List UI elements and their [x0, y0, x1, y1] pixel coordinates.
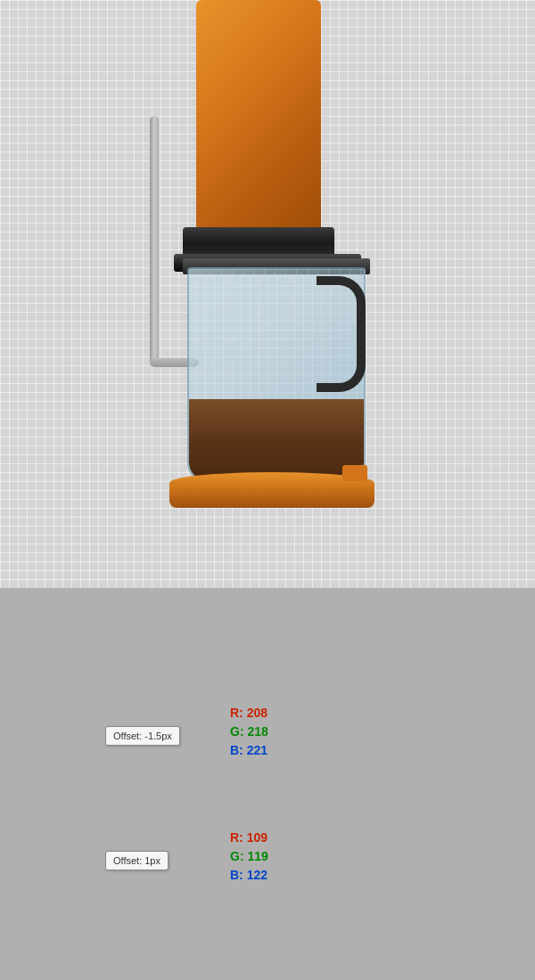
rgb2-r: R: 109	[230, 829, 268, 847]
bottom-panel: ◀◀ ✕ APPEARANCE ☰ Path 👁 Stroke: 👁 ▽ Fil…	[0, 588, 535, 980]
rgb-display-2: R: 109 G: 119 B: 122	[230, 829, 268, 885]
handle-bar-left	[150, 116, 159, 365]
coffee-maker-illustration	[125, 0, 410, 552]
grinder-cylinder	[196, 0, 321, 232]
canvas-area	[0, 0, 535, 588]
coffee-liquid	[189, 399, 364, 479]
offset-tooltip-2-text: Offset: 1px	[113, 855, 160, 866]
rgb-display-1: R: 208 G: 218 B: 221	[230, 704, 268, 760]
carafe-handle	[317, 276, 366, 392]
rgb1-g: G: 218	[230, 723, 268, 741]
orange-accent	[342, 465, 367, 481]
rgb2-b: B: 122	[230, 866, 268, 885]
offset-tooltip-1-text: Offset: -1.5px	[113, 731, 172, 741]
offset-tooltip-2: Offset: 1px	[105, 851, 169, 870]
offset-tooltip-1: Offset: -1.5px	[105, 726, 180, 746]
rgb2-g: G: 119	[230, 847, 268, 866]
rgb1-r: R: 208	[230, 704, 268, 723]
rgb1-b: B: 221	[230, 741, 268, 760]
